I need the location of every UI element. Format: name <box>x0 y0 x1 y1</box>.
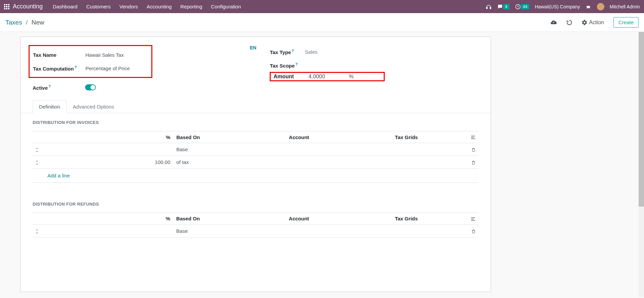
field-active: Active? <box>33 81 261 94</box>
cell-grids[interactable] <box>392 224 465 237</box>
label-tax-scope: Tax Scope? <box>270 62 305 69</box>
table-row[interactable]: 100.00 of tax <box>33 156 479 169</box>
delete-row-icon[interactable] <box>465 143 479 156</box>
field-tax-computation: Tax Computation? Percentage of Price <box>33 61 148 75</box>
col-tax-grids: Tax Grids <box>392 213 465 224</box>
messaging-badge: 4 <box>503 4 509 9</box>
svg-rect-8 <box>8 8 9 9</box>
col-based-on: Based On <box>174 131 286 143</box>
tabs: Definition Advanced Options <box>21 100 491 113</box>
col-pct: % <box>41 213 174 224</box>
nav-vendors[interactable]: Vendors <box>119 4 138 9</box>
col-options[interactable] <box>465 213 479 224</box>
table-refunds: % Based On Account Tax Grids Base <box>33 213 479 238</box>
create-button[interactable]: Create <box>613 17 639 28</box>
toggle-active[interactable] <box>85 84 96 90</box>
svg-point-15 <box>474 217 475 218</box>
lang-badge[interactable]: EN <box>250 45 256 94</box>
delete-row-icon[interactable] <box>465 156 479 169</box>
svg-point-12 <box>474 136 475 137</box>
activity-icon[interactable]: 44 <box>515 4 529 10</box>
sliders-icon <box>470 216 476 222</box>
form-left-column: Tax Name Hawaii Sales Tax Tax Computatio… <box>33 45 261 94</box>
input-tax-computation[interactable]: Percentage of Price <box>85 66 130 71</box>
discard-icon[interactable] <box>566 19 572 26</box>
help-icon[interactable]: ? <box>48 84 51 88</box>
control-row: Taxes / New Action Create <box>0 13 644 32</box>
cell-pct[interactable]: 100.00 <box>41 156 174 169</box>
label-amount: Amount <box>273 74 308 80</box>
tab-definition[interactable]: Definition <box>33 100 67 113</box>
col-pct: % <box>41 131 174 143</box>
cloud-save-icon[interactable] <box>550 19 557 26</box>
form-sheet: Tax Name Hawaii Sales Tax Tax Computatio… <box>20 37 491 292</box>
delete-row-icon[interactable] <box>465 224 479 237</box>
svg-rect-10 <box>490 7 491 9</box>
drag-handle-icon[interactable] <box>33 156 41 169</box>
svg-rect-3 <box>4 6 5 7</box>
table-invoices: % Based On Account Tax Grids Base <box>33 131 479 195</box>
section-refunds: DISTRIBUTION FOR REFUNDS % Based On Acco… <box>21 195 491 238</box>
col-account: Account <box>286 131 392 143</box>
label-active: Active? <box>33 84 85 91</box>
breadcrumb-root[interactable]: Taxes <box>5 19 22 26</box>
drag-handle-icon[interactable] <box>33 143 41 156</box>
label-tax-type: Tax Type? <box>270 49 305 55</box>
help-icon[interactable]: ? <box>295 62 298 66</box>
nav-customers[interactable]: Customers <box>86 4 111 9</box>
input-tax-type[interactable]: Sales <box>305 49 317 55</box>
cell-account[interactable] <box>286 224 392 237</box>
action-button[interactable]: Action <box>582 19 604 26</box>
cell-based-on[interactable]: Base <box>174 224 286 237</box>
gear-icon <box>582 20 587 25</box>
support-icon[interactable] <box>486 3 492 9</box>
cell-based-on[interactable]: Base <box>174 143 286 156</box>
debug-icon[interactable] <box>585 3 592 9</box>
cell-based-on[interactable]: of tax <box>174 156 286 169</box>
app-brand[interactable]: Accounting <box>13 3 43 10</box>
section-title-refunds: DISTRIBUTION FOR REFUNDS <box>33 202 479 207</box>
nav-reporting[interactable]: Reporting <box>180 4 202 9</box>
vertical-scrollbar[interactable] <box>639 32 644 297</box>
user-name[interactable]: Mitchell Admin <box>610 4 640 9</box>
svg-point-14 <box>474 138 475 139</box>
cell-pct[interactable] <box>41 143 174 156</box>
cell-grids[interactable] <box>392 143 465 156</box>
nav-configuration[interactable]: Configuration <box>211 4 241 9</box>
scrollbar-thumb[interactable] <box>639 32 644 207</box>
field-tax-type: Tax Type? Sales <box>270 45 479 58</box>
form-top: Tax Name Hawaii Sales Tax Tax Computatio… <box>21 45 491 94</box>
control-right: Action Create <box>550 17 639 28</box>
form-right-column: Tax Type? Sales Tax Scope? Amount 4.0000… <box>270 45 479 94</box>
messaging-icon[interactable]: 4 <box>497 4 509 10</box>
apps-icon[interactable] <box>4 4 9 10</box>
help-icon[interactable]: ? <box>292 49 294 53</box>
avatar[interactable] <box>597 3 604 10</box>
help-icon[interactable]: ? <box>74 65 77 69</box>
drag-handle-icon[interactable] <box>33 224 41 237</box>
cell-account[interactable] <box>286 156 392 169</box>
company-selector[interactable]: Hawaii(US) Company <box>535 4 580 9</box>
amount-unit: % <box>349 74 353 80</box>
input-tax-name[interactable]: Hawaii Sales Tax <box>85 52 124 58</box>
nav-accounting[interactable]: Accounting <box>147 4 172 9</box>
table-row[interactable]: Base <box>33 143 479 156</box>
input-amount[interactable]: 4.0000 <box>308 74 349 80</box>
table-row[interactable]: Base <box>33 224 479 237</box>
svg-point-16 <box>473 218 474 219</box>
nav-right: 4 44 Hawaii(US) Company Mitchell Admin <box>486 3 640 10</box>
cell-grids[interactable] <box>392 156 465 169</box>
cell-pct[interactable] <box>41 224 174 237</box>
breadcrumb-separator: / <box>26 19 28 26</box>
breadcrumb-current: New <box>31 19 44 26</box>
col-options[interactable] <box>465 131 479 143</box>
cell-account[interactable] <box>286 143 392 156</box>
svg-rect-4 <box>6 6 7 7</box>
svg-rect-2 <box>8 4 9 5</box>
highlight-amount: Amount 4.0000 % <box>270 72 385 81</box>
activity-badge: 44 <box>521 4 529 9</box>
tab-advanced-options[interactable]: Advanced Options <box>67 100 121 113</box>
add-line-invoices[interactable]: Add a line <box>33 169 479 182</box>
field-tax-scope: Tax Scope? <box>270 58 479 72</box>
nav-dashboard[interactable]: Dashboard <box>53 4 77 9</box>
